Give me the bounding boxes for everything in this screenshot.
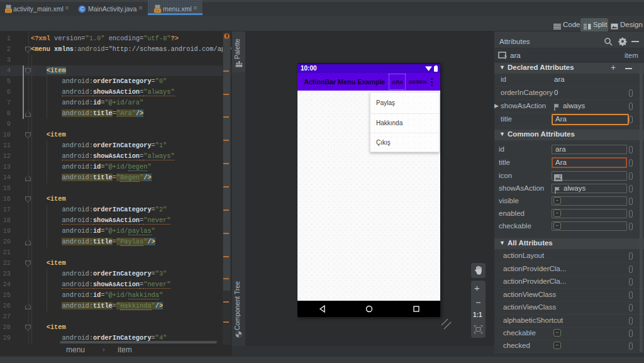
- svg-text:C: C: [80, 6, 84, 12]
- svg-text:<>: <>: [155, 9, 159, 13]
- svg-text:?: ?: [504, 54, 507, 60]
- svg-text:<>: <>: [6, 9, 10, 13]
